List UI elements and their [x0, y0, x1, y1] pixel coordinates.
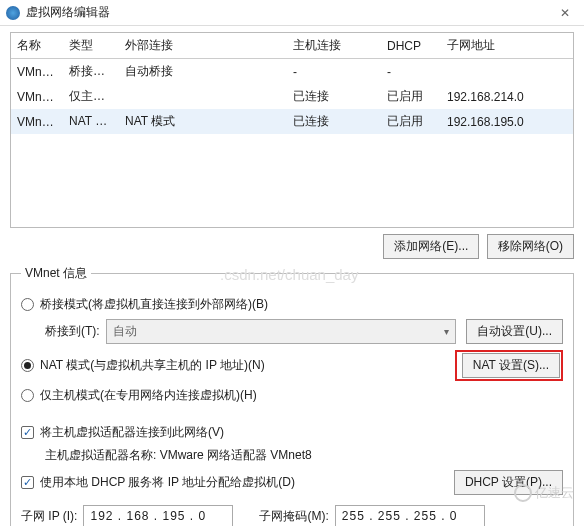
- host-adapter-name: 主机虚拟适配器名称: VMware 网络适配器 VMnet8: [45, 447, 312, 464]
- check-dhcp-label: 使用本地 DHCP 服务将 IP 地址分配给虚拟机(D): [40, 474, 444, 491]
- check-dhcp[interactable]: [21, 476, 34, 489]
- bridge-to-label: 桥接到(T):: [45, 323, 100, 340]
- logo-icon: [514, 484, 532, 502]
- table-row-selected[interactable]: VMnet8 NAT 模式 NAT 模式 已连接 已启用 192.168.195…: [11, 109, 573, 134]
- subnet-mask-input[interactable]: 255 . 255 . 255 . 0: [335, 505, 485, 526]
- subnet-mask-label: 子网掩码(M):: [259, 508, 328, 525]
- add-network-button[interactable]: 添加网络(E)...: [383, 234, 479, 259]
- window-title: 虚拟网络编辑器: [26, 4, 552, 21]
- logo-text: 亿速云: [535, 484, 574, 502]
- radio-nat[interactable]: [21, 359, 34, 372]
- radio-nat-label: NAT 模式(与虚拟机共享主机的 IP 地址)(N): [40, 357, 449, 374]
- bridge-to-select[interactable]: 自动 ▾: [106, 319, 457, 344]
- radio-bridge-label: 桥接模式(将虚拟机直接连接到外部网络)(B): [40, 296, 268, 313]
- col-dhcp[interactable]: DHCP: [381, 33, 441, 59]
- col-subnet[interactable]: 子网地址: [441, 33, 573, 59]
- radio-hostonly-label: 仅主机模式(在专用网络内连接虚拟机)(H): [40, 387, 257, 404]
- subnet-ip-label: 子网 IP (I):: [21, 508, 77, 525]
- titlebar: 虚拟网络编辑器 ✕: [0, 0, 584, 26]
- col-name[interactable]: 名称: [11, 33, 63, 59]
- col-extconn[interactable]: 外部连接: [119, 33, 287, 59]
- radio-hostonly[interactable]: [21, 389, 34, 402]
- radio-bridge[interactable]: [21, 298, 34, 311]
- auto-config-button[interactable]: 自动设置(U)...: [466, 319, 563, 344]
- fieldset-legend: VMnet 信息: [21, 265, 91, 282]
- app-icon: [6, 6, 20, 20]
- vmnet-info-fieldset: VMnet 信息 桥接模式(将虚拟机直接连接到外部网络)(B) 桥接到(T): …: [10, 265, 574, 526]
- table-header-row: 名称 类型 外部连接 主机连接 DHCP 子网地址: [11, 33, 573, 59]
- col-type[interactable]: 类型: [63, 33, 119, 59]
- chevron-down-icon: ▾: [444, 326, 449, 337]
- check-host-adapter[interactable]: [21, 426, 34, 439]
- nat-settings-button[interactable]: NAT 设置(S)...: [462, 353, 560, 378]
- logo-watermark: 亿速云: [514, 484, 574, 502]
- subnet-ip-input[interactable]: 192 . 168 . 195 . 0: [83, 505, 233, 526]
- col-hostconn[interactable]: 主机连接: [287, 33, 381, 59]
- remove-network-button[interactable]: 移除网络(O): [487, 234, 574, 259]
- table-row[interactable]: VMnet1 仅主机... 已连接 已启用 192.168.214.0: [11, 84, 573, 109]
- table-row[interactable]: VMnet0 桥接模式 自动桥接 - -: [11, 59, 573, 85]
- check-host-adapter-label: 将主机虚拟适配器连接到此网络(V): [40, 424, 224, 441]
- close-icon[interactable]: ✕: [552, 4, 578, 22]
- network-table[interactable]: 名称 类型 外部连接 主机连接 DHCP 子网地址 VMnet0 桥接模式 自动…: [10, 32, 574, 228]
